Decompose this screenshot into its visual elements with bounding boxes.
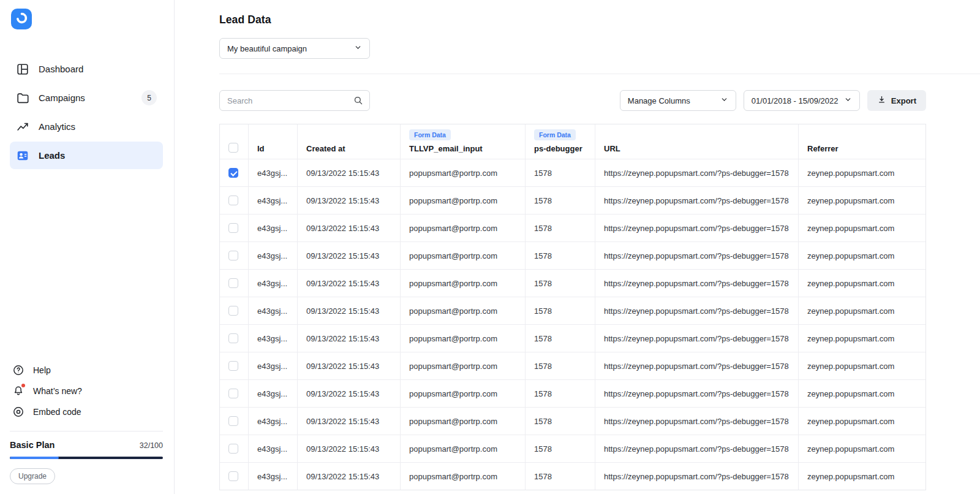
- footer-item-label: What’s new?: [33, 386, 82, 396]
- row-checkbox[interactable]: [228, 416, 238, 426]
- sidebar-item-whats-new[interactable]: What’s new?: [10, 383, 163, 399]
- date-range-select[interactable]: 01/01/2018 - 15/09/2022: [744, 90, 860, 111]
- search-input[interactable]: [219, 90, 370, 111]
- row-cell-id: e43gsj...: [248, 242, 297, 269]
- row-cell-ps-debugger: 1578: [525, 242, 595, 269]
- row-checkbox[interactable]: [228, 223, 238, 233]
- row-cell-referrer: zeynep.popupsmart.com: [798, 215, 925, 241]
- row-cell-ps-debugger: 1578: [525, 297, 595, 324]
- sidebar-item-dashboard[interactable]: Dashboard: [10, 55, 163, 83]
- chevron-down-icon: [720, 96, 728, 105]
- row-cell-ps-debugger: 1578: [525, 435, 595, 462]
- header-cell-ps-debugger: Form Data ps-debugger: [525, 124, 595, 159]
- row-cell-url: https://zeynep.popupsmart.com/?ps-debugg…: [595, 187, 798, 214]
- row-cell-referrer: zeynep.popupsmart.com: [798, 242, 925, 269]
- table-row: e43gsj... 09/13/2022 15:15:43 popupsmart…: [220, 297, 925, 324]
- search-wrap: [219, 90, 370, 111]
- row-cell-created-at: 09/13/2022 15:15:43: [297, 297, 400, 324]
- plan-name: Basic Plan: [10, 440, 55, 450]
- row-checkbox[interactable]: [228, 389, 238, 398]
- analytics-icon: [16, 120, 29, 134]
- plan-progress-bar: [10, 457, 163, 459]
- sidebar-item-help[interactable]: Help: [10, 362, 163, 378]
- row-cell-referrer: zeynep.popupsmart.com: [798, 159, 925, 186]
- row-checkbox[interactable]: [228, 361, 238, 371]
- row-cell-created-at: 09/13/2022 15:15:43: [297, 270, 400, 297]
- column-label: Created at: [306, 144, 400, 153]
- sidebar: Dashboard Campaigns 5 Analy: [0, 0, 175, 494]
- row-checkbox[interactable]: [228, 278, 238, 288]
- row-checkbox[interactable]: [228, 251, 238, 260]
- popupsmart-logo[interactable]: [11, 9, 32, 29]
- table-row: e43gsj... 09/13/2022 15:15:43 popupsmart…: [220, 241, 925, 269]
- sidebar-item-leads[interactable]: Leads: [10, 142, 163, 169]
- sidebar-item-analytics[interactable]: Analytics: [10, 113, 163, 140]
- app: Dashboard Campaigns 5 Analy: [0, 0, 980, 494]
- header-cell-email-input: Form Data TLLVP_email_input: [400, 124, 525, 159]
- row-cell-email: popupsmart@portrp.com: [400, 215, 525, 241]
- popupsmart-logo-icon: [15, 12, 28, 27]
- campaign-select-value: My beautiful campaign: [227, 44, 307, 53]
- row-cell-ps-debugger: 1578: [525, 187, 595, 214]
- row-cell-select: [220, 408, 248, 435]
- campaign-select[interactable]: My beautiful campaign: [219, 38, 370, 59]
- leads-icon: [16, 149, 29, 162]
- form-data-badge: Form Data: [409, 129, 451, 140]
- row-checkbox[interactable]: [228, 444, 238, 454]
- row-cell-email: popupsmart@portrp.com: [400, 270, 525, 297]
- header-cell-referrer: Referrer: [798, 124, 925, 159]
- folder-icon: [16, 91, 29, 105]
- row-cell-referrer: zeynep.popupsmart.com: [798, 352, 925, 379]
- row-cell-url: https://zeynep.popupsmart.com/?ps-debugg…: [595, 325, 798, 352]
- column-label: Referrer: [807, 144, 925, 153]
- row-cell-select: [220, 187, 248, 214]
- row-cell-referrer: zeynep.popupsmart.com: [798, 463, 925, 490]
- search-icon: [353, 95, 364, 108]
- row-checkbox[interactable]: [228, 196, 238, 205]
- table-row: e43gsj... 09/13/2022 15:15:43 popupsmart…: [220, 379, 925, 407]
- row-cell-select: [220, 159, 248, 186]
- row-checkbox[interactable]: [228, 333, 238, 343]
- header-divider: [219, 74, 980, 74]
- chevron-down-icon: [844, 96, 852, 105]
- row-cell-id: e43gsj...: [248, 297, 297, 324]
- table-row: e43gsj... 09/13/2022 15:15:43 popupsmart…: [220, 462, 925, 490]
- row-cell-id: e43gsj...: [248, 463, 297, 490]
- row-cell-created-at: 09/13/2022 15:15:43: [297, 325, 400, 352]
- select-all-checkbox[interactable]: [228, 143, 238, 153]
- row-checkbox[interactable]: [228, 168, 238, 178]
- upgrade-button[interactable]: Upgrade: [10, 468, 55, 484]
- column-label: URL: [604, 144, 798, 153]
- embed-code-icon: [12, 406, 24, 418]
- row-cell-email: popupsmart@portrp.com: [400, 242, 525, 269]
- row-cell-ps-debugger: 1578: [525, 463, 595, 490]
- row-checkbox[interactable]: [228, 471, 238, 481]
- row-cell-email: popupsmart@portrp.com: [400, 463, 525, 490]
- sidebar-item-embed-code[interactable]: Embed code: [10, 404, 163, 420]
- manage-columns-label: Manage Columns: [628, 96, 690, 105]
- column-label: TLLVP_email_input: [409, 144, 525, 153]
- export-label: Export: [891, 96, 916, 105]
- dashboard-icon: [16, 63, 29, 76]
- row-cell-referrer: zeynep.popupsmart.com: [798, 297, 925, 324]
- row-cell-select: [220, 463, 248, 490]
- row-cell-select: [220, 325, 248, 352]
- row-cell-created-at: 09/13/2022 15:15:43: [297, 380, 400, 407]
- export-icon: [877, 95, 886, 106]
- row-cell-email: popupsmart@portrp.com: [400, 380, 525, 407]
- row-cell-ps-debugger: 1578: [525, 159, 595, 186]
- campaigns-count-badge: 5: [141, 90, 157, 105]
- row-cell-created-at: 09/13/2022 15:15:43: [297, 435, 400, 462]
- column-label: Id: [257, 144, 297, 153]
- leads-table: Id Created at Form Data TLLVP_email_inpu…: [219, 124, 926, 490]
- plan-usage: 32/100: [140, 441, 163, 450]
- sidebar-item-campaigns[interactable]: Campaigns 5: [10, 84, 163, 112]
- row-cell-created-at: 09/13/2022 15:15:43: [297, 352, 400, 379]
- export-button[interactable]: Export: [867, 90, 926, 111]
- main-content: Lead Data My beautiful campaign: [175, 0, 980, 494]
- manage-columns-select[interactable]: Manage Columns: [620, 90, 736, 111]
- plan-progress-fill: [10, 457, 59, 459]
- row-checkbox[interactable]: [228, 306, 238, 316]
- form-data-badge: Form Data: [534, 129, 576, 140]
- row-cell-email: popupsmart@portrp.com: [400, 352, 525, 379]
